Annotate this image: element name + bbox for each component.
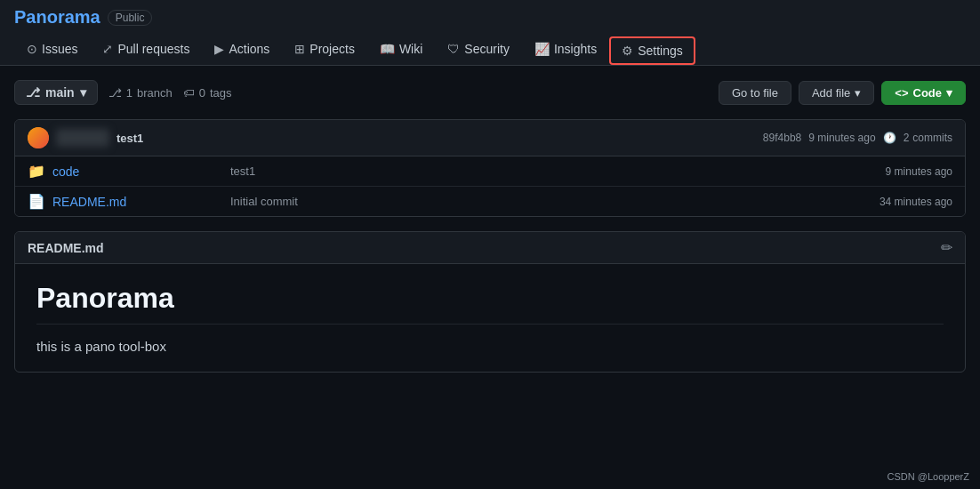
settings-icon: ⚙ — [622, 44, 633, 58]
nav-label-projects: Projects — [309, 42, 355, 56]
nav-label-wiki: Wiki — [399, 42, 422, 56]
repo-title-row: Panorama Public — [14, 7, 966, 35]
folder-icon: 📁 — [28, 163, 44, 180]
code-label: Code — [913, 86, 943, 100]
chevron-down-icon: ▾ — [80, 85, 86, 100]
nav-item-projects[interactable]: ⊞ Projects — [282, 35, 367, 65]
branch-fork-icon: ⎇ — [108, 86, 122, 100]
visibility-badge: Public — [108, 10, 153, 26]
branch-label: branch — [137, 86, 173, 100]
avatar — [28, 127, 49, 148]
nav-label-settings: Settings — [638, 44, 683, 58]
nav-item-insights[interactable]: 📈 Insights — [522, 35, 609, 65]
nav-label-pull-requests: Pull requests — [117, 42, 189, 56]
add-file-button[interactable]: Add file ▾ — [799, 81, 874, 105]
nav-item-issues[interactable]: ⊙ Issues — [14, 35, 90, 65]
branch-row: ⎇ main ▾ ⎇ 1 branch 🏷 0 tags Go to file … — [14, 80, 966, 105]
branch-right: Go to file Add file ▾ <> Code ▾ — [719, 81, 966, 105]
commit-sha[interactable]: 89f4bb8 — [763, 132, 801, 144]
actions-icon: ▶ — [214, 42, 224, 56]
repo-nav: ⊙ Issues ⤢ Pull requests ▶ Actions ⊞ Pro… — [14, 35, 966, 65]
branch-selector[interactable]: ⎇ main ▾ — [14, 80, 98, 105]
file-commit-readme: Initial commit — [230, 195, 837, 208]
edit-icon[interactable]: ✏ — [941, 239, 952, 256]
file-commit-code: test1 — [230, 164, 837, 178]
commit-time: 9 minutes ago — [808, 132, 875, 144]
nav-item-wiki[interactable]: 📖 Wiki — [367, 35, 435, 65]
branch-count-item[interactable]: ⎇ 1 branch — [108, 86, 173, 100]
tag-count: 0 — [199, 86, 205, 100]
security-icon: 🛡 — [447, 42, 460, 56]
history-icon: 🕐 — [883, 132, 896, 144]
insights-icon: 📈 — [534, 42, 550, 56]
table-row: 📄 README.md Initial commit 34 minutes ag… — [15, 187, 965, 216]
tag-label: tags — [210, 86, 232, 100]
commit-count: 2 — [904, 132, 910, 144]
commit-header: test1 89f4bb8 9 minutes ago 🕐 2 commits — [15, 120, 965, 156]
projects-icon: ⊞ — [294, 42, 305, 56]
branch-name: main — [45, 85, 75, 100]
code-button[interactable]: <> Code ▾ — [881, 81, 966, 105]
username-blur — [56, 129, 109, 147]
commit-left: test1 — [28, 127, 143, 148]
file-table: test1 89f4bb8 9 minutes ago 🕐 2 commits … — [14, 119, 966, 217]
branch-count: 1 — [126, 86, 133, 100]
commits-label: commits — [912, 132, 952, 144]
nav-item-security[interactable]: 🛡 Security — [435, 35, 522, 65]
main-content: ⎇ main ▾ ⎇ 1 branch 🏷 0 tags Go to file … — [0, 66, 980, 373]
add-file-label: Add file — [812, 86, 850, 100]
nav-label-issues: Issues — [42, 42, 77, 56]
nav-label-insights: Insights — [554, 42, 597, 56]
wiki-icon: 📖 — [380, 42, 395, 56]
file-name-code[interactable]: code — [52, 164, 230, 179]
commit-right: 89f4bb8 9 minutes ago 🕐 2 commits — [763, 132, 952, 144]
file-time-readme: 34 minutes ago — [837, 196, 952, 208]
file-icon: 📄 — [28, 193, 44, 210]
readme-box: README.md ✏ Panorama this is a pano tool… — [14, 231, 966, 373]
branch-left: ⎇ main ▾ ⎇ 1 branch 🏷 0 tags — [14, 80, 231, 105]
readme-heading: Panorama — [36, 282, 944, 325]
tag-icon: 🏷 — [183, 86, 195, 100]
nav-item-settings[interactable]: ⚙ Settings — [609, 36, 695, 65]
nav-item-pull-requests[interactable]: ⤢ Pull requests — [90, 35, 202, 65]
branch-icon: ⎇ — [26, 85, 40, 100]
table-row: 📁 code test1 9 minutes ago — [15, 156, 965, 187]
pull-requests-icon: ⤢ — [102, 42, 113, 56]
code-chevron-icon: ▾ — [946, 86, 952, 100]
repo-header: Panorama Public ⊙ Issues ⤢ Pull requests… — [0, 0, 980, 66]
file-time-code: 9 minutes ago — [837, 165, 952, 178]
code-icon: <> — [895, 86, 908, 100]
nav-label-actions: Actions — [229, 42, 269, 56]
commits-link[interactable]: 2 commits — [904, 132, 952, 144]
issues-icon: ⊙ — [27, 42, 37, 56]
readme-title: README.md — [28, 241, 104, 255]
add-file-chevron-icon: ▾ — [855, 86, 861, 100]
commit-message[interactable]: test1 — [116, 132, 143, 145]
watermark: CSDN @LoopperZ — [888, 471, 969, 482]
readme-content: Panorama this is a pano tool-box — [15, 264, 965, 372]
readme-header: README.md ✏ — [15, 232, 965, 264]
file-name-readme[interactable]: README.md — [52, 195, 230, 209]
go-to-file-button[interactable]: Go to file — [719, 81, 791, 105]
readme-description: this is a pano tool-box — [36, 339, 944, 354]
tag-count-item[interactable]: 🏷 0 tags — [183, 86, 232, 100]
repo-name[interactable]: Panorama — [14, 7, 100, 28]
nav-label-security: Security — [464, 42, 510, 56]
nav-item-actions[interactable]: ▶ Actions — [202, 35, 282, 65]
